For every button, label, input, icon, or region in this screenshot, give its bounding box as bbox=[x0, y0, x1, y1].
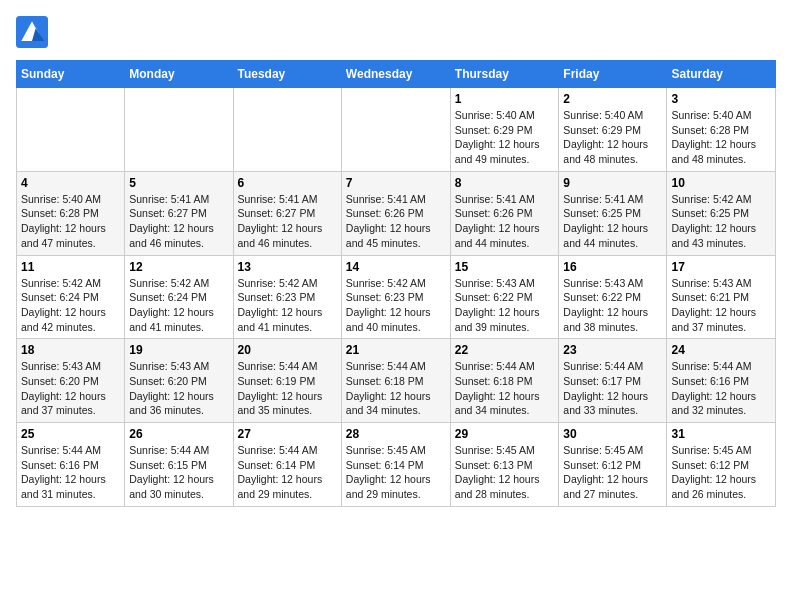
calendar-cell bbox=[17, 88, 125, 172]
calendar-week-row: 11Sunrise: 5:42 AM Sunset: 6:24 PM Dayli… bbox=[17, 255, 776, 339]
calendar-cell: 25Sunrise: 5:44 AM Sunset: 6:16 PM Dayli… bbox=[17, 423, 125, 507]
day-info: Sunrise: 5:41 AM Sunset: 6:27 PM Dayligh… bbox=[129, 192, 228, 251]
day-info: Sunrise: 5:44 AM Sunset: 6:18 PM Dayligh… bbox=[455, 359, 555, 418]
day-header: Monday bbox=[125, 61, 233, 88]
day-info: Sunrise: 5:41 AM Sunset: 6:26 PM Dayligh… bbox=[346, 192, 446, 251]
calendar-cell: 6Sunrise: 5:41 AM Sunset: 6:27 PM Daylig… bbox=[233, 171, 341, 255]
calendar-week-row: 4Sunrise: 5:40 AM Sunset: 6:28 PM Daylig… bbox=[17, 171, 776, 255]
day-info: Sunrise: 5:40 AM Sunset: 6:28 PM Dayligh… bbox=[671, 108, 771, 167]
day-info: Sunrise: 5:45 AM Sunset: 6:12 PM Dayligh… bbox=[671, 443, 771, 502]
calendar-cell: 7Sunrise: 5:41 AM Sunset: 6:26 PM Daylig… bbox=[341, 171, 450, 255]
calendar-cell: 2Sunrise: 5:40 AM Sunset: 6:29 PM Daylig… bbox=[559, 88, 667, 172]
day-info: Sunrise: 5:43 AM Sunset: 6:21 PM Dayligh… bbox=[671, 276, 771, 335]
day-number: 30 bbox=[563, 427, 662, 441]
calendar-body: 1Sunrise: 5:40 AM Sunset: 6:29 PM Daylig… bbox=[17, 88, 776, 507]
day-number: 20 bbox=[238, 343, 337, 357]
calendar-table: SundayMondayTuesdayWednesdayThursdayFrid… bbox=[16, 60, 776, 507]
day-info: Sunrise: 5:44 AM Sunset: 6:16 PM Dayligh… bbox=[21, 443, 120, 502]
day-number: 24 bbox=[671, 343, 771, 357]
day-info: Sunrise: 5:42 AM Sunset: 6:24 PM Dayligh… bbox=[129, 276, 228, 335]
day-number: 17 bbox=[671, 260, 771, 274]
day-info: Sunrise: 5:44 AM Sunset: 6:19 PM Dayligh… bbox=[238, 359, 337, 418]
day-info: Sunrise: 5:42 AM Sunset: 6:23 PM Dayligh… bbox=[238, 276, 337, 335]
day-number: 10 bbox=[671, 176, 771, 190]
day-number: 23 bbox=[563, 343, 662, 357]
calendar-cell: 4Sunrise: 5:40 AM Sunset: 6:28 PM Daylig… bbox=[17, 171, 125, 255]
day-number: 22 bbox=[455, 343, 555, 357]
day-info: Sunrise: 5:40 AM Sunset: 6:29 PM Dayligh… bbox=[563, 108, 662, 167]
calendar-cell: 23Sunrise: 5:44 AM Sunset: 6:17 PM Dayli… bbox=[559, 339, 667, 423]
calendar-cell: 16Sunrise: 5:43 AM Sunset: 6:22 PM Dayli… bbox=[559, 255, 667, 339]
day-info: Sunrise: 5:45 AM Sunset: 6:12 PM Dayligh… bbox=[563, 443, 662, 502]
day-number: 5 bbox=[129, 176, 228, 190]
day-info: Sunrise: 5:41 AM Sunset: 6:27 PM Dayligh… bbox=[238, 192, 337, 251]
calendar-cell: 8Sunrise: 5:41 AM Sunset: 6:26 PM Daylig… bbox=[450, 171, 559, 255]
calendar-cell: 9Sunrise: 5:41 AM Sunset: 6:25 PM Daylig… bbox=[559, 171, 667, 255]
day-info: Sunrise: 5:41 AM Sunset: 6:25 PM Dayligh… bbox=[563, 192, 662, 251]
calendar-cell: 22Sunrise: 5:44 AM Sunset: 6:18 PM Dayli… bbox=[450, 339, 559, 423]
calendar-header: SundayMondayTuesdayWednesdayThursdayFrid… bbox=[17, 61, 776, 88]
logo bbox=[16, 16, 52, 48]
day-number: 1 bbox=[455, 92, 555, 106]
day-number: 25 bbox=[21, 427, 120, 441]
calendar-cell: 11Sunrise: 5:42 AM Sunset: 6:24 PM Dayli… bbox=[17, 255, 125, 339]
calendar-cell bbox=[341, 88, 450, 172]
day-number: 16 bbox=[563, 260, 662, 274]
day-number: 7 bbox=[346, 176, 446, 190]
day-number: 14 bbox=[346, 260, 446, 274]
day-header: Friday bbox=[559, 61, 667, 88]
day-header: Wednesday bbox=[341, 61, 450, 88]
calendar-cell: 30Sunrise: 5:45 AM Sunset: 6:12 PM Dayli… bbox=[559, 423, 667, 507]
calendar-week-row: 18Sunrise: 5:43 AM Sunset: 6:20 PM Dayli… bbox=[17, 339, 776, 423]
day-header: Sunday bbox=[17, 61, 125, 88]
day-number: 26 bbox=[129, 427, 228, 441]
day-number: 4 bbox=[21, 176, 120, 190]
calendar-cell: 3Sunrise: 5:40 AM Sunset: 6:28 PM Daylig… bbox=[667, 88, 776, 172]
day-info: Sunrise: 5:42 AM Sunset: 6:24 PM Dayligh… bbox=[21, 276, 120, 335]
day-number: 31 bbox=[671, 427, 771, 441]
calendar-cell: 13Sunrise: 5:42 AM Sunset: 6:23 PM Dayli… bbox=[233, 255, 341, 339]
day-info: Sunrise: 5:44 AM Sunset: 6:16 PM Dayligh… bbox=[671, 359, 771, 418]
calendar-cell: 5Sunrise: 5:41 AM Sunset: 6:27 PM Daylig… bbox=[125, 171, 233, 255]
day-header: Tuesday bbox=[233, 61, 341, 88]
day-number: 15 bbox=[455, 260, 555, 274]
day-number: 9 bbox=[563, 176, 662, 190]
calendar-cell bbox=[125, 88, 233, 172]
day-info: Sunrise: 5:43 AM Sunset: 6:22 PM Dayligh… bbox=[563, 276, 662, 335]
day-number: 11 bbox=[21, 260, 120, 274]
calendar-cell: 17Sunrise: 5:43 AM Sunset: 6:21 PM Dayli… bbox=[667, 255, 776, 339]
day-info: Sunrise: 5:45 AM Sunset: 6:14 PM Dayligh… bbox=[346, 443, 446, 502]
day-info: Sunrise: 5:42 AM Sunset: 6:25 PM Dayligh… bbox=[671, 192, 771, 251]
day-info: Sunrise: 5:44 AM Sunset: 6:17 PM Dayligh… bbox=[563, 359, 662, 418]
day-info: Sunrise: 5:45 AM Sunset: 6:13 PM Dayligh… bbox=[455, 443, 555, 502]
calendar-cell: 19Sunrise: 5:43 AM Sunset: 6:20 PM Dayli… bbox=[125, 339, 233, 423]
day-header: Thursday bbox=[450, 61, 559, 88]
day-info: Sunrise: 5:43 AM Sunset: 6:20 PM Dayligh… bbox=[129, 359, 228, 418]
page-header bbox=[16, 16, 776, 48]
day-number: 3 bbox=[671, 92, 771, 106]
calendar-cell: 24Sunrise: 5:44 AM Sunset: 6:16 PM Dayli… bbox=[667, 339, 776, 423]
day-info: Sunrise: 5:44 AM Sunset: 6:15 PM Dayligh… bbox=[129, 443, 228, 502]
day-info: Sunrise: 5:43 AM Sunset: 6:22 PM Dayligh… bbox=[455, 276, 555, 335]
day-info: Sunrise: 5:44 AM Sunset: 6:14 PM Dayligh… bbox=[238, 443, 337, 502]
calendar-week-row: 1Sunrise: 5:40 AM Sunset: 6:29 PM Daylig… bbox=[17, 88, 776, 172]
day-number: 29 bbox=[455, 427, 555, 441]
day-info: Sunrise: 5:40 AM Sunset: 6:28 PM Dayligh… bbox=[21, 192, 120, 251]
calendar-week-row: 25Sunrise: 5:44 AM Sunset: 6:16 PM Dayli… bbox=[17, 423, 776, 507]
day-info: Sunrise: 5:40 AM Sunset: 6:29 PM Dayligh… bbox=[455, 108, 555, 167]
calendar-cell: 18Sunrise: 5:43 AM Sunset: 6:20 PM Dayli… bbox=[17, 339, 125, 423]
day-number: 18 bbox=[21, 343, 120, 357]
day-number: 28 bbox=[346, 427, 446, 441]
calendar-cell: 20Sunrise: 5:44 AM Sunset: 6:19 PM Dayli… bbox=[233, 339, 341, 423]
day-number: 2 bbox=[563, 92, 662, 106]
calendar-cell: 31Sunrise: 5:45 AM Sunset: 6:12 PM Dayli… bbox=[667, 423, 776, 507]
calendar-cell: 28Sunrise: 5:45 AM Sunset: 6:14 PM Dayli… bbox=[341, 423, 450, 507]
day-info: Sunrise: 5:43 AM Sunset: 6:20 PM Dayligh… bbox=[21, 359, 120, 418]
calendar-cell: 26Sunrise: 5:44 AM Sunset: 6:15 PM Dayli… bbox=[125, 423, 233, 507]
calendar-cell: 15Sunrise: 5:43 AM Sunset: 6:22 PM Dayli… bbox=[450, 255, 559, 339]
calendar-cell: 14Sunrise: 5:42 AM Sunset: 6:23 PM Dayli… bbox=[341, 255, 450, 339]
calendar-cell bbox=[233, 88, 341, 172]
day-number: 19 bbox=[129, 343, 228, 357]
day-header: Saturday bbox=[667, 61, 776, 88]
calendar-cell: 29Sunrise: 5:45 AM Sunset: 6:13 PM Dayli… bbox=[450, 423, 559, 507]
